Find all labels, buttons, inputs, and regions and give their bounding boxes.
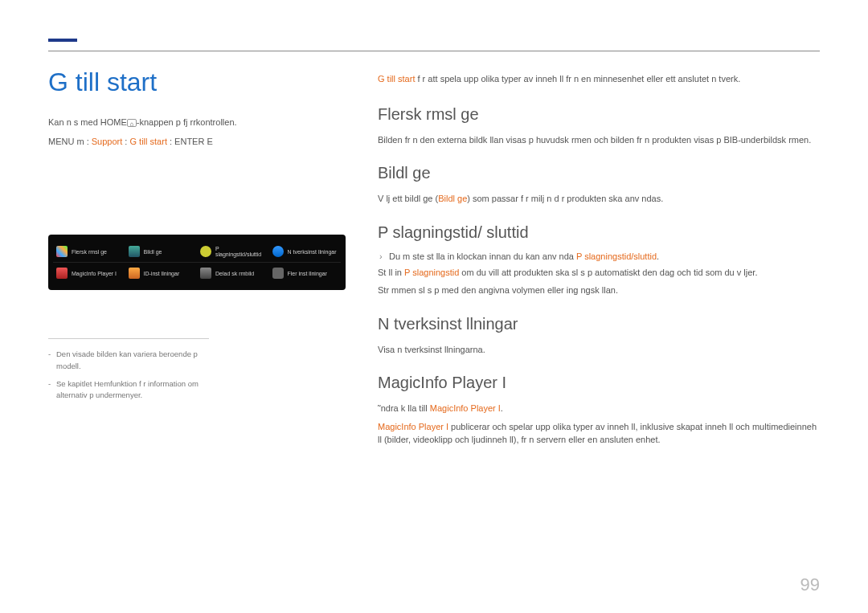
- menu-row-1: Flersk rmsl ge Bildl ge P slagningstid/s…: [53, 241, 341, 263]
- paslagning-bullet-post: .: [657, 251, 659, 261]
- menu-item-videowall[interactable]: Delad sk rmbild: [197, 263, 269, 284]
- section-paslagning-body: St ll in P slagningstid om du vill att p…: [378, 266, 820, 297]
- menu-label: Delad sk rmbild: [215, 271, 254, 276]
- multiscreen-icon: [56, 246, 68, 257]
- paslagning-bullet-hl: P slagningstid/sluttid: [576, 251, 657, 261]
- menu-label: ID-inst llningar: [144, 271, 180, 276]
- menu-item-network[interactable]: N tverksinst llningar: [269, 241, 342, 262]
- menu-label: Flersk rmsl ge: [72, 249, 107, 255]
- section-paslagning-title: P slagningstid/ sluttid: [378, 223, 820, 242]
- top-rule: [48, 39, 820, 51]
- section-natverk-title: N tverksinst llningar: [378, 315, 820, 333]
- section-natverk-body: Visa n tverksinst llningarna.: [378, 343, 820, 357]
- breadcrumb-enter: ENTER E: [174, 137, 213, 146]
- menu-item-picturemode[interactable]: Bildl ge: [125, 241, 198, 262]
- menu-label: P slagningstid/sluttid: [215, 246, 266, 257]
- menu-item-multiscreen[interactable]: Flersk rmsl ge: [53, 241, 125, 262]
- menu-preview: Flersk rmsl ge Bildl ge P slagningstid/s…: [48, 235, 346, 290]
- section-magicinfo-body: ˜ndra k lla till MagicInfo Player I. Mag…: [378, 402, 820, 447]
- left-column: G till start Kan n s med HOME⌂-knappen p…: [48, 67, 346, 464]
- magicinfo-body1-post: .: [501, 403, 503, 413]
- breadcrumb-prefix: MENU m :: [48, 137, 92, 146]
- section-flerskarm-title: Flersk rmsl ge: [378, 105, 820, 124]
- intro-rest: f r att spela upp olika typer av inneh l…: [415, 74, 740, 84]
- menu-item-timer[interactable]: P slagningstid/sluttid: [197, 241, 269, 262]
- page-number: 99: [800, 574, 820, 595]
- menu-row-2: MagicInfo Player I ID-inst llningar Dela…: [53, 263, 341, 284]
- breadcrumb-gotostart: G till start: [129, 137, 166, 146]
- gear-icon: [272, 268, 284, 279]
- paslagning-body1-post: om du vill att produkten ska sl s p auto…: [459, 268, 757, 277]
- menu-label: MagicInfo Player I: [72, 271, 117, 276]
- intro-text: G till start f r att spela upp olika typ…: [378, 72, 820, 86]
- paslagning-bullet-pre: Du m ste st lla in klockan innan du kan …: [389, 251, 576, 261]
- intro-highlight: G till start: [378, 74, 415, 84]
- magicinfo-body1-pre: ˜ndra k lla till: [378, 403, 430, 413]
- paslagning-bullet: Du m ste st lla in klockan innan du kan …: [378, 251, 820, 261]
- page-title: G till start: [48, 67, 346, 97]
- magicinfo-body1-hl: MagicInfo Player I: [430, 403, 501, 413]
- footnote-2: Se kapitlet Hemfunktion f r information …: [48, 378, 209, 402]
- paslagning-body1-pre: St ll in: [378, 268, 404, 277]
- id-icon: [129, 268, 140, 279]
- menu-label: Bildl ge: [144, 249, 162, 255]
- right-column: G till start f r att spela upp olika typ…: [378, 67, 820, 464]
- footnotes: Den visade bilden kan variera beroende p…: [48, 338, 209, 401]
- footnote-1: Den visade bilden kan variera beroende p…: [48, 349, 209, 372]
- home-button-note: Kan n s med HOME⌂-knappen p fj rrkontrol…: [48, 116, 346, 129]
- paslagning-body2: Str mmen sl s p med den angivna volymen …: [378, 284, 820, 297]
- bildlage-post: ) som passar f r milj n d r produkten sk…: [467, 194, 663, 203]
- section-flerskarm-body: Bilden fr n den externa bildk llan visas…: [378, 133, 820, 147]
- page-layout: G till start Kan n s med HOME⌂-knappen p…: [48, 67, 820, 464]
- menu-item-moresettings[interactable]: Fler inst llningar: [269, 263, 342, 284]
- magicinfo-body2-hl: MagicInfo Player I: [378, 422, 448, 431]
- paslagning-body1-hl: P slagningstid: [404, 268, 459, 277]
- menu-item-idsettings[interactable]: ID-inst llningar: [125, 263, 198, 284]
- chapter-marker: [48, 39, 77, 42]
- breadcrumb-support: Support: [92, 137, 123, 146]
- section-magicinfo-title: MagicInfo Player I: [378, 374, 820, 392]
- menu-item-magicinfo[interactable]: MagicInfo Player I: [53, 263, 125, 284]
- picture-icon: [129, 246, 140, 257]
- home-icon: ⌂: [127, 119, 137, 127]
- section-bildlage-body: V lj ett bildl ge (Bildl ge) som passar …: [378, 192, 820, 206]
- menu-label: Fler inst llningar: [288, 271, 327, 276]
- videowall-icon: [200, 268, 211, 279]
- note-home-post: -knappen p fj rrkontrollen.: [137, 117, 237, 127]
- menu-label: N tverksinst llningar: [288, 249, 337, 255]
- section-bildlage-title: Bildl ge: [378, 164, 820, 182]
- breadcrumb: MENU m : Support : G till start : ENTER …: [48, 137, 346, 146]
- magicinfo-icon: [56, 268, 68, 279]
- bildlage-hl: Bildl ge: [438, 194, 467, 203]
- network-icon: [272, 246, 284, 257]
- timer-icon: [200, 246, 211, 257]
- note-home-pre: Kan n s med HOME: [48, 117, 127, 127]
- bildlage-pre: V lj ett bildl ge (: [378, 194, 438, 203]
- breadcrumb-sep2: :: [167, 137, 174, 146]
